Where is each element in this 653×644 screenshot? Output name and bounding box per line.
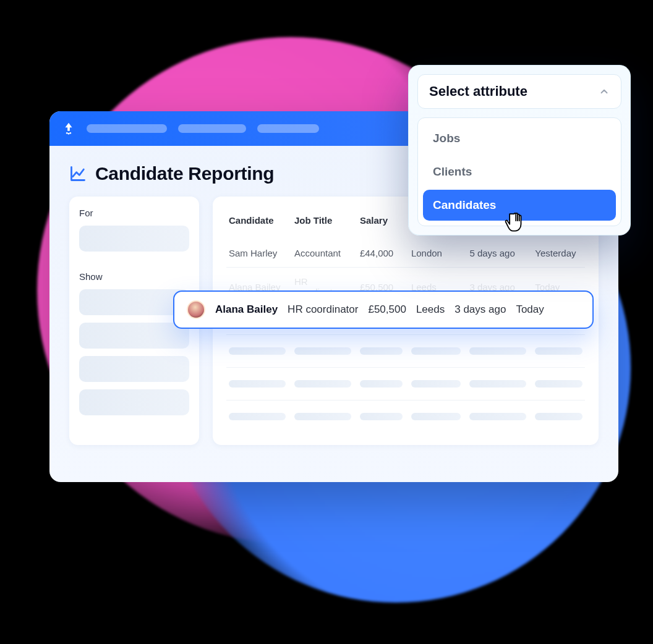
table-row-skeleton [226,368,585,400]
table-row-skeleton [226,335,585,368]
titlebar-placeholder [87,124,167,133]
svg-point-0 [66,132,68,134]
attribute-select-label: Select attribute [429,83,527,100]
attribute-options-list: Jobs Clients Candidates [417,117,621,226]
cell-updated: Yesterday [535,248,583,258]
attribute-option-jobs[interactable]: Jobs [423,123,616,154]
titlebar-placeholder [257,124,319,133]
table-row-skeleton [226,400,585,433]
attribute-popover: Select attribute Jobs Clients Candidates [408,65,631,235]
chart-line-icon [69,165,87,182]
svg-point-1 [68,133,70,135]
highlight-salary: £50,500 [368,303,406,316]
svg-point-2 [69,132,71,134]
filter-show-input[interactable] [79,356,189,382]
col-salary: Salary [360,215,403,226]
cell-location: London [411,248,461,258]
filter-for-input[interactable] [79,226,189,252]
highlighted-row[interactable]: Alana Bailey HR coordinator £50,500 Leed… [173,290,594,329]
col-job-title: Job Title [294,215,351,226]
avatar [187,300,205,319]
app-logo-icon [62,122,75,135]
attribute-option-clients[interactable]: Clients [423,156,616,187]
highlight-job-title: HR coordinator [288,303,358,316]
filter-show-label: Show [79,271,189,282]
filter-show-input[interactable] [79,323,189,349]
filter-show-input[interactable] [79,389,189,415]
titlebar-placeholder [178,124,246,133]
filter-for-label: For [79,208,189,218]
col-candidate: Candidate [229,215,286,226]
table-row[interactable]: Sam Harley Accountant £44,000 London 5 d… [226,239,585,268]
cell-job-title: Accountant [294,248,351,258]
attribute-option-candidates[interactable]: Candidates [423,190,616,221]
highlight-candidate: Alana Bailey [215,303,278,316]
cell-salary: £44,000 [360,248,403,258]
cell-added: 5 days ago [469,248,526,258]
highlight-location: Leeds [416,303,445,316]
highlight-updated: Today [516,303,544,316]
chevron-up-icon [599,86,610,97]
page-title: Candidate Reporting [95,163,274,184]
attribute-select-header[interactable]: Select attribute [417,74,621,109]
cell-candidate: Sam Harley [229,248,286,258]
highlight-added: 3 days ago [455,303,506,316]
